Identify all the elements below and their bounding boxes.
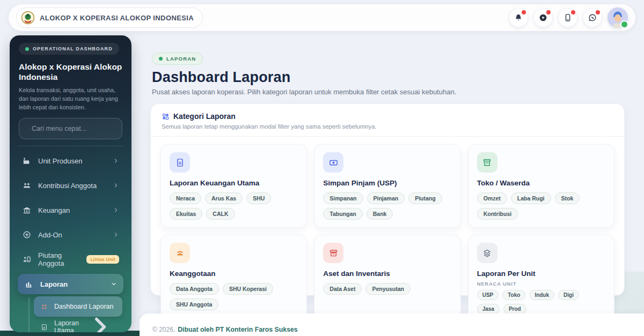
card-icon-tile <box>170 152 190 173</box>
notification-dot <box>595 9 601 16</box>
mobile-app-button[interactable] <box>558 8 577 27</box>
sidebar-item-add-on[interactable]: Add-On <box>19 222 122 247</box>
page-header: LAPORAN Dashboard Laporan Pusat akses la… <box>140 35 644 96</box>
card-title: Toko / Waserda <box>477 179 605 187</box>
panel-header: Kategori Laporan Semua laporan tetap men… <box>151 104 624 137</box>
category-card-toko-waserda[interactable]: Toko / Waserda Omzet Laba Rugi Stok Kont… <box>468 144 614 228</box>
card-icon-tile <box>170 243 190 263</box>
page-title: Dashboard Laporan <box>152 69 625 86</box>
banknote-icon <box>328 158 339 168</box>
chip-list: Omzet Laba Rugi Stok Kontribusi <box>477 192 605 220</box>
footer: © 2026, Dibuat oleh PT Konterin Faros Su… <box>140 313 644 336</box>
search-input[interactable] <box>31 124 119 133</box>
chip: Simpanan <box>323 192 363 204</box>
chip: Arus Kas <box>205 192 243 204</box>
sidebar-search[interactable] <box>19 118 122 139</box>
sidebar-item-label: Laporan <box>40 280 104 288</box>
sidebar-item-keuangan[interactable]: Keuangan <box>19 198 122 222</box>
chip: CALK <box>206 208 235 220</box>
sidebar-item-label: Keuangan <box>38 206 106 214</box>
sidebar-subitem-label: Dashboard Laporan <box>54 303 116 310</box>
chip-list: Data Aset Penyusutan <box>323 283 451 295</box>
notification-dot <box>545 9 552 16</box>
sidebar-item-label: Unit Produsen <box>38 157 106 165</box>
brand-home-link[interactable]: ALOKOP X KOPERASI ALOKOP INDONESIA <box>16 8 203 28</box>
chevron-right-icon <box>113 182 119 189</box>
page-subtitle: Pusat akses laporan koperasi. Pilih kate… <box>152 88 625 96</box>
copyright-text: © 2026, <box>152 326 175 333</box>
sidebar-item-label: Add-On <box>38 231 106 239</box>
lintas-unit-badge: Lintas Unit <box>86 255 119 264</box>
chip: USP <box>477 290 499 300</box>
chip: Neraca <box>170 192 201 204</box>
chip: Data Aset <box>323 283 362 295</box>
main-content: LAPORAN Dashboard Laporan Pusat akses la… <box>140 35 644 296</box>
notification-dot <box>570 9 576 16</box>
chip: Stok <box>555 192 580 204</box>
category-cards-grid: Laporan Keuangan Utama Neraca Arus Kas S… <box>151 137 624 336</box>
chip: Jasa <box>477 304 500 314</box>
sidebar-item-laporan[interactable]: Laporan <box>18 274 123 294</box>
chip: Prod <box>503 304 526 314</box>
status-dot-icon <box>25 47 29 51</box>
sidebar-item-unit-produsen[interactable]: Unit Produsen <box>19 148 122 173</box>
sidebar-item-label: Kontribusi Anggota <box>38 182 106 190</box>
chip-list: USP Toko Induk Digi Jasa Prod <box>477 290 605 314</box>
sidebar-nav: Unit Produsen Kontribusi Anggota <box>19 148 122 332</box>
media-button[interactable] <box>533 8 553 27</box>
category-grid-icon <box>162 113 170 121</box>
koperasi-logo-icon <box>21 11 35 25</box>
person-card-icon <box>22 255 32 264</box>
panel-title: Kategori Laporan <box>173 112 236 121</box>
chip: Bank <box>367 208 393 220</box>
card-icon-tile <box>477 152 497 173</box>
chip: Kontribusi <box>477 208 518 220</box>
brand-title: ALOKOP X KOPERASI ALOKOP INDONESIA <box>40 14 194 22</box>
sidebar-item-kontribusi-anggota[interactable]: Kontribusi Anggota <box>19 173 122 198</box>
section-badge: LAPORAN <box>152 53 203 65</box>
chip: Omzet <box>477 192 507 204</box>
chip: SHU <box>246 192 271 204</box>
chip: Pinjaman <box>367 192 405 204</box>
notification-dot <box>521 9 527 16</box>
card-title: Laporan Keuangan Utama <box>170 179 298 187</box>
report-icon <box>40 323 48 331</box>
divider <box>18 146 123 146</box>
sidebar-subitem-laporan-utama[interactable]: Laporan Utama <box>34 317 122 332</box>
section-badge-label: LAPORAN <box>166 56 196 62</box>
chip: SHU Koperasi <box>223 283 273 295</box>
kategori-laporan-panel: Kategori Laporan Semua laporan tetap men… <box>150 103 625 296</box>
layers-icon <box>482 248 492 258</box>
chip-list: Simpanan Pinjaman Piutang Tabungan Bank <box>323 192 451 220</box>
archive-icon <box>328 248 339 258</box>
chip: Data Anggota <box>170 283 219 295</box>
app-window: ALOKOP X KOPERASI ALOKOP INDONESIA <box>0 0 644 336</box>
chip-group-label: NERACA UNIT <box>477 281 605 287</box>
topbar-actions <box>509 8 628 28</box>
sidebar-item-label: Piutang Anggota <box>38 251 80 267</box>
sidebar-submenu-laporan: Dashboard Laporan Laporan Utama <box>28 296 122 332</box>
user-avatar[interactable] <box>608 8 628 28</box>
grid-icon <box>40 303 48 311</box>
chip: Digi <box>558 290 579 300</box>
card-icon-tile <box>323 152 343 173</box>
category-card-simpan-pinjam[interactable]: Simpan Pinjam (USP) Simpanan Pinjaman Pi… <box>314 144 460 228</box>
whatsapp-button[interactable] <box>583 8 602 27</box>
document-icon <box>175 158 185 168</box>
chevron-right-icon <box>85 311 116 332</box>
chip: Penyusutan <box>365 283 411 295</box>
status-dot-icon <box>159 57 163 61</box>
category-card-laporan-keuangan-utama[interactable]: Laporan Keuangan Utama Neraca Arus Kas S… <box>160 144 307 228</box>
factory-icon <box>22 156 32 166</box>
chip: Piutang <box>408 192 442 204</box>
chip: Tabungan <box>323 208 362 220</box>
notifications-button[interactable] <box>509 8 528 27</box>
sidebar: OPERATIONAL DASHBOARD Alokop x Koperasi … <box>10 35 131 332</box>
chip: Induk <box>529 290 554 300</box>
card-icon-tile <box>323 243 343 263</box>
sidebar-mode-badge: OPERATIONAL DASHBOARD <box>19 43 119 55</box>
credit-link[interactable]: Dibuat oleh PT Konterin Faros Sukses <box>178 326 297 333</box>
panel-subtitle: Semua laporan tetap menggunakan modal fi… <box>162 123 613 130</box>
bank-icon <box>22 205 32 215</box>
sidebar-item-piutang-anggota[interactable]: Piutang Anggota Lintas Unit <box>19 247 122 272</box>
